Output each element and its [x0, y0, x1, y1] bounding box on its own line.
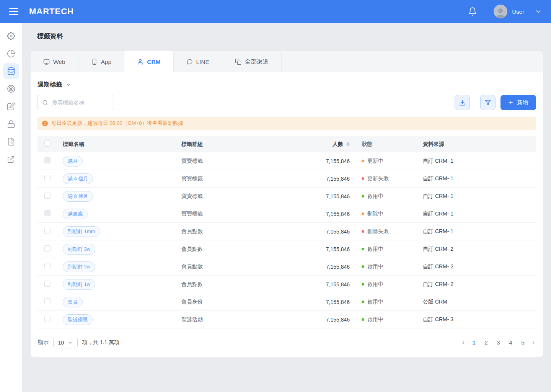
nav-analytics-pie-icon[interactable] — [3, 46, 19, 62]
warning-icon: ! — [42, 121, 48, 126]
tag-group-dropdown[interactable]: 週期標籤 — [37, 81, 71, 89]
table-row: 到期前 2w 會員點數 7,155,846 啟用中 自訂 CRM- 2 — [37, 258, 536, 276]
row-checkbox[interactable] — [44, 316, 51, 322]
page-size-select[interactable]: 10 — [53, 337, 78, 348]
tab-all-channels[interactable]: 全部渠道 — [222, 51, 282, 72]
plus-icon — [508, 100, 514, 105]
tag-source-cell: 自訂 CRM- 2 — [423, 263, 529, 270]
tag-pill[interactable]: 滿週歲 — [63, 209, 88, 219]
tags-table: 標籤名稱 標籤群組 人數 狀態 資料來源 滿月 — [37, 136, 536, 328]
column-header-source: 資料來源 — [423, 141, 529, 148]
tag-pill[interactable]: 滿 4 個月 — [63, 173, 93, 184]
column-header-group: 標籤群組 — [181, 141, 300, 148]
chevron-down-icon — [65, 82, 71, 88]
row-checkbox[interactable] — [44, 157, 51, 163]
page-number-2[interactable]: 2 — [482, 340, 491, 346]
row-checkbox[interactable] — [44, 245, 51, 252]
table-row: 滿月 寶寶標籤 7,155,846 更新中 自訂 CRM- 1 — [37, 152, 536, 170]
page-number-4[interactable]: 4 — [506, 340, 515, 346]
chat-bubble-icon — [186, 59, 193, 65]
table-row: 到期前 3w 會員點數 7,155,846 啟用中 自訂 CRM- 2 — [37, 240, 536, 258]
row-checkbox[interactable] — [44, 193, 51, 199]
tag-count-cell: 7,155,846 — [300, 193, 350, 199]
status-dot-icon — [362, 318, 364, 321]
column-header-name: 標籤名稱 — [63, 141, 181, 148]
content-card: Web App CRM LINE 全部渠道 — [31, 51, 543, 357]
phone-icon — [91, 59, 98, 65]
nav-target-icon[interactable] — [3, 81, 19, 97]
status-text: 啟用中 — [367, 263, 383, 270]
tag-count-cell: 7,155,846 — [300, 264, 350, 270]
tag-count-cell: 7,155,846 — [300, 176, 350, 182]
page-number-3[interactable]: 3 — [494, 340, 503, 346]
tab-crm[interactable]: CRM — [124, 51, 173, 72]
next-page-icon[interactable] — [531, 340, 536, 345]
tab-label: App — [101, 59, 112, 65]
show-label: 顯示 — [38, 339, 49, 346]
table-row: 滿週歲 寶寶標籤 7,155,846 刪除中 自訂 CRM- 1 — [37, 205, 536, 223]
nav-data-database-icon[interactable] — [3, 63, 19, 79]
total-count-label: 項，共 1.1 萬項 — [82, 339, 119, 346]
nav-settings-gear-icon[interactable] — [3, 28, 19, 44]
menu-icon[interactable] — [9, 8, 18, 15]
tag-count-cell: 7,155,846 — [300, 299, 350, 305]
search-input[interactable] — [37, 95, 114, 110]
status-dot-icon — [362, 283, 364, 286]
tag-count-cell: 7,155,846 — [300, 281, 350, 287]
download-icon — [459, 100, 466, 106]
notification-bell-icon[interactable] — [468, 7, 477, 16]
add-button[interactable]: 新增 — [500, 95, 536, 110]
page-number-1[interactable]: 1 — [469, 340, 478, 346]
table-row: 到期前 1mth 會員點數 7,155,846 刪除失敗 自訂 CRM- 1 — [37, 223, 536, 240]
nav-security-lock-icon[interactable] — [3, 116, 19, 132]
row-checkbox[interactable] — [44, 281, 51, 287]
nav-report-file-icon[interactable] — [3, 134, 19, 150]
tab-line[interactable]: LINE — [174, 51, 222, 72]
tabstrip-filler — [282, 51, 543, 72]
row-checkbox[interactable] — [44, 298, 51, 304]
page-size-value: 10 — [58, 340, 64, 346]
tag-pill[interactable]: 到期前 2w — [63, 261, 95, 272]
row-checkbox[interactable] — [44, 175, 51, 181]
tab-app[interactable]: App — [78, 51, 125, 72]
side-navigation — [0, 23, 22, 392]
row-checkbox[interactable] — [44, 210, 51, 216]
top-bar: MARTECH User — [0, 0, 551, 23]
divider — [485, 7, 485, 16]
status-dot-icon — [362, 265, 364, 268]
tag-group-cell: 會員點數 — [181, 228, 300, 235]
status-dot-icon — [362, 160, 364, 162]
copy-icon — [235, 59, 241, 65]
tag-source-cell: 自訂 CRM- 1 — [423, 228, 529, 235]
page-number-5[interactable]: 5 — [518, 340, 527, 346]
tab-web[interactable]: Web — [31, 51, 78, 72]
tag-pill[interactable]: 到期前 1mth — [63, 226, 100, 237]
tag-source-cell: 自訂 CRM- 1 — [423, 158, 529, 165]
select-all-checkbox[interactable] — [44, 140, 51, 147]
prev-page-icon[interactable] — [461, 340, 466, 345]
tag-pill[interactable]: 到期前 3w — [63, 244, 95, 255]
avatar[interactable] — [494, 5, 507, 18]
sort-icon[interactable] — [346, 142, 350, 147]
row-checkbox[interactable] — [44, 263, 51, 269]
divider — [475, 98, 475, 108]
tag-source-cell: 自訂 CRM- 2 — [423, 281, 529, 288]
tag-pill[interactable]: 會員 — [63, 297, 83, 307]
tag-source-cell: 公版 CRM — [423, 299, 529, 305]
tag-pill[interactable]: 聖誕優惠 — [63, 314, 93, 325]
nav-export-share-icon[interactable] — [3, 151, 19, 167]
tag-source-cell: 自訂 CRM- 3 — [423, 316, 529, 323]
filter-button[interactable] — [480, 95, 496, 110]
tag-pill[interactable]: 滿月 — [63, 156, 83, 167]
nav-compose-edit-icon[interactable] — [3, 98, 19, 114]
tag-source-cell: 自訂 CRM- 2 — [423, 246, 529, 253]
status-dot-icon — [362, 248, 364, 250]
tag-group-cell: 會員點數 — [181, 281, 300, 288]
user-menu-chevron-icon[interactable] — [535, 8, 542, 15]
download-button[interactable] — [455, 95, 470, 110]
row-checkbox[interactable] — [44, 228, 51, 234]
tag-pill[interactable]: 到期前 1w — [63, 279, 95, 290]
status-text: 刪除中 — [367, 211, 383, 217]
filter-icon — [485, 100, 491, 106]
tag-pill[interactable]: 滿 8 個月 — [63, 191, 93, 202]
